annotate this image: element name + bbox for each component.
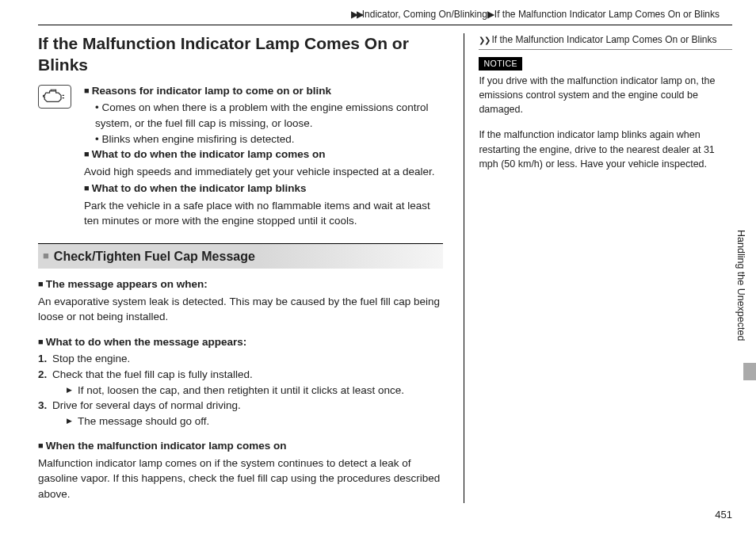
- step-item: Drive for several days of normal driving…: [38, 398, 443, 429]
- chapter-tab-marker: [743, 363, 756, 380]
- step-sub: If not, loosen the cap, and then retight…: [52, 383, 443, 399]
- manual-page: ▶▶Indicator, Coming On/Blinking▶If the M…: [0, 0, 756, 519]
- steps-list: Stop the engine. Check that the fuel fil…: [38, 351, 443, 429]
- list-item: Comes on when there is a problem with th…: [95, 100, 443, 131]
- heading-reasons: ■Reasons for indicator lamp to come on o…: [84, 83, 443, 99]
- content-columns: If the Malfunction Indicator Lamp Comes …: [38, 33, 732, 503]
- chapter-tab: Handling the Unexpected: [734, 230, 748, 341]
- section-bar: ■ Check/Tighten Fuel Cap Message: [38, 243, 443, 269]
- engine-lamp-icon-box: [38, 85, 76, 109]
- heading-comes-on: ■What to do when the indicator lamp come…: [84, 147, 443, 162]
- page-title: If the Malfunction Indicator Lamp Comes …: [38, 33, 443, 75]
- notice-badge: NOTICE: [479, 57, 522, 71]
- breadcrumb-sep-icon: ▶: [487, 9, 494, 20]
- page-number: 451: [715, 508, 732, 523]
- step-item: Check that the fuel fill cap is fully in…: [38, 367, 443, 398]
- section-heading: Check/Tighten Fuel Cap Message: [54, 247, 255, 265]
- side-para: If the malfunction indicator lamp blinks…: [479, 128, 732, 170]
- left-column: If the Malfunction Indicator Lamp Comes …: [38, 33, 443, 503]
- notice-body: If you drive with the malfunction indica…: [479, 74, 732, 116]
- heading-what-to-do: ■What to do when the message appears:: [38, 334, 443, 350]
- heading-appears: ■The message appears on when:: [38, 277, 443, 292]
- right-column: ❯❯If the Malfunction Indicator Lamp Come…: [464, 33, 732, 503]
- top-rule: [38, 25, 732, 25]
- heading-when-lamp: ■When the malfunction indicator lamp com…: [38, 438, 443, 454]
- heading-blinks: ■What to do when the indicator lamp blin…: [84, 181, 443, 196]
- step-sub: The message should go off.: [52, 414, 443, 429]
- breadcrumb-seg2: If the Malfunction Indicator Lamp Comes …: [494, 9, 720, 20]
- side-title-arrow-icon: ❯❯: [479, 36, 490, 44]
- body-appears: An evaporative system leak is detected. …: [38, 294, 443, 325]
- intro-block: ■Reasons for indicator lamp to come on o…: [84, 83, 443, 231]
- body-when-lamp: Malfunction indicator lamp comes on if t…: [38, 456, 443, 502]
- breadcrumb: ▶▶Indicator, Coming On/Blinking▶If the M…: [38, 8, 732, 21]
- engine-lamp-icon: [38, 85, 71, 109]
- section-square-icon: ■: [43, 249, 49, 264]
- list-item: Blinks when engine misfiring is detected…: [95, 132, 443, 147]
- step-item: Stop the engine.: [38, 351, 443, 367]
- side-title: ❯❯If the Malfunction Indicator Lamp Come…: [479, 33, 732, 49]
- body-blinks: Park the vehicle in a safe place with no…: [84, 198, 443, 229]
- reasons-list: Comes on when there is a problem with th…: [84, 100, 443, 147]
- breadcrumb-arrow-icon: ▶▶: [351, 9, 362, 20]
- breadcrumb-seg1: Indicator, Coming On/Blinking: [362, 9, 487, 20]
- body-comes-on: Avoid high speeds and immediately get yo…: [84, 164, 443, 180]
